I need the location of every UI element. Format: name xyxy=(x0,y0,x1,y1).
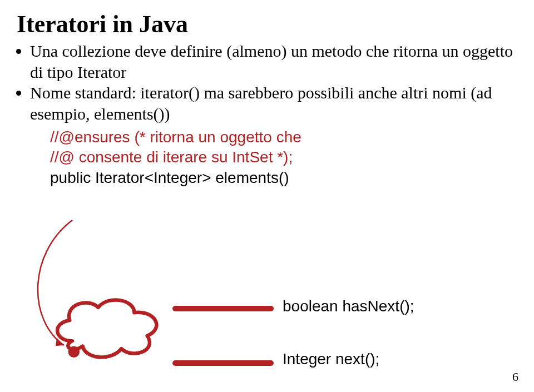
bullet-item: Nome standard: iterator() ma sarebbero p… xyxy=(30,82,517,124)
page-number: 6 xyxy=(512,370,518,384)
code-block: //@ensures (* ritorna un oggetto che //@… xyxy=(50,127,517,188)
connector-line xyxy=(172,306,274,311)
svg-point-1 xyxy=(68,346,80,358)
cloud-shape xyxy=(44,292,172,364)
bullet-list: Una collezione deve definire (almeno) un… xyxy=(17,41,517,124)
hasnext-method-label: boolean hasNext(); xyxy=(283,297,414,315)
next-method-label: Integer next(); xyxy=(283,350,379,368)
bullet-item: Una collezione deve definire (almeno) un… xyxy=(30,41,517,82)
code-comment-line: //@ensures (* ritorna un oggetto che xyxy=(50,127,517,147)
code-comment-line: //@ consente di iterare su IntSet *); xyxy=(50,147,517,167)
code-signature: public Iterator<Integer> elements() xyxy=(50,168,517,188)
slide-title: Iteratori in Java xyxy=(17,10,517,38)
connector-line xyxy=(172,360,274,366)
